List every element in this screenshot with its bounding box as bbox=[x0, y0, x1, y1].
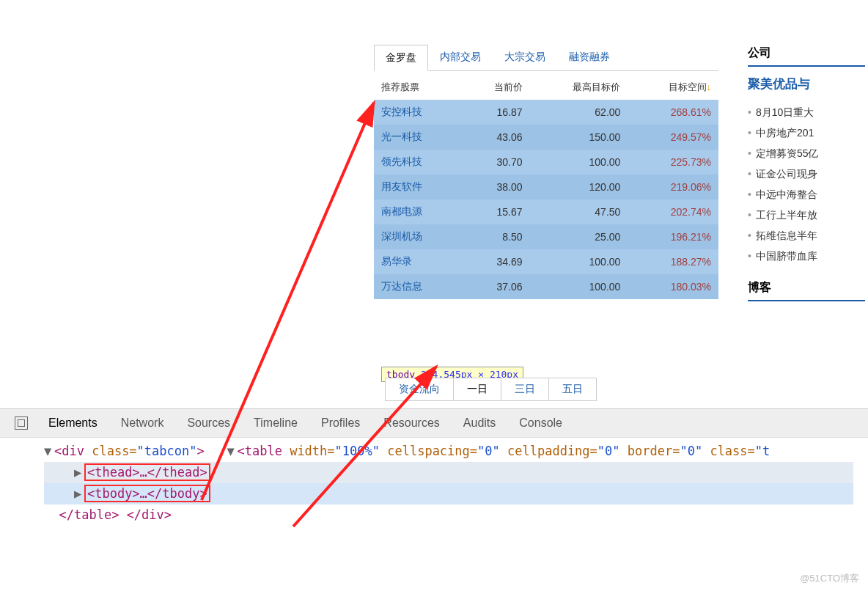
table-row: 安控科技16.8762.00268.61% bbox=[374, 100, 718, 125]
devtools-panel: Elements Network Sources Timeline Profil… bbox=[0, 408, 868, 533]
news-item[interactable]: 证金公司现身 bbox=[748, 164, 865, 185]
elements-tree[interactable]: ▼<div class="tabcon"> ▼<table width="100… bbox=[0, 438, 868, 533]
sidebar-title-company: 公司 bbox=[748, 45, 865, 67]
stock-name[interactable]: 用友软件 bbox=[374, 175, 462, 199]
stock-table: 推荐股票 当前价 最高目标价 目标空间↓ 安控科技16.8762.00268.6… bbox=[374, 75, 718, 299]
sort-down-icon: ↓ bbox=[707, 81, 712, 92]
devtab-timeline[interactable]: Timeline bbox=[242, 414, 309, 433]
code-line-thead[interactable]: ▶<thead>…</thead> bbox=[44, 462, 853, 483]
watermark: @51CTO博客 bbox=[800, 572, 859, 585]
tab-margin[interactable]: 融资融券 bbox=[557, 44, 622, 70]
table-row: 万达信息37.06100.00180.03% bbox=[374, 274, 718, 299]
code-line[interactable]: ▼<table width="100%" cellspacing="0" cel… bbox=[212, 444, 770, 458]
news-item[interactable]: 拓维信息半年 bbox=[748, 226, 865, 246]
devtab-resources[interactable]: Resources bbox=[372, 414, 451, 433]
devtab-audits[interactable]: Audits bbox=[452, 414, 507, 433]
table-row: 用友软件38.00120.00219.06% bbox=[374, 175, 718, 199]
table-row: 领先科技30.70100.00225.73% bbox=[374, 150, 718, 175]
news-item[interactable]: 中远中海整合 bbox=[748, 185, 865, 205]
news-item[interactable]: 工行上半年放 bbox=[748, 205, 865, 226]
news-item[interactable]: 中房地产201 bbox=[748, 123, 865, 144]
stock-name[interactable]: 领先科技 bbox=[374, 150, 462, 175]
col-space[interactable]: 目标空间↓ bbox=[628, 75, 718, 100]
tab-fund-flow[interactable]: 资金流向 bbox=[386, 378, 454, 400]
sidebar-headline[interactable]: 聚美优品与 bbox=[748, 76, 865, 92]
tab-five-day[interactable]: 五日 bbox=[549, 378, 596, 400]
stock-tbody: 安控科技16.8762.00268.61% 光一科技43.06150.00249… bbox=[374, 100, 718, 299]
devtab-elements[interactable]: Elements bbox=[37, 414, 109, 433]
news-item[interactable]: 8月10日重大 bbox=[748, 103, 865, 123]
stock-name[interactable]: 深圳机场 bbox=[374, 224, 462, 249]
stock-name[interactable]: 南都电源 bbox=[374, 199, 462, 224]
stock-name[interactable]: 万达信息 bbox=[374, 274, 462, 299]
tab-bulk[interactable]: 大宗交易 bbox=[493, 44, 557, 70]
devtab-network[interactable]: Network bbox=[109, 414, 176, 433]
fund-flow-tabs: 资金流向 一日 三日 五日 bbox=[385, 378, 597, 401]
stock-name[interactable]: 安控科技 bbox=[374, 100, 462, 125]
code-line[interactable]: </div> bbox=[127, 507, 172, 522]
stock-name[interactable]: 光一科技 bbox=[374, 125, 462, 150]
table-row: 深圳机场8.5025.00196.21% bbox=[374, 224, 718, 249]
table-row: 南都电源15.6747.50202.74% bbox=[374, 199, 718, 224]
col-target: 最高目标价 bbox=[530, 75, 628, 100]
tab-one-day[interactable]: 一日 bbox=[454, 378, 501, 400]
top-tabs: 金罗盘 内部交易 大宗交易 融资融券 bbox=[374, 44, 718, 71]
tab-three-day[interactable]: 三日 bbox=[501, 378, 549, 400]
devtab-sources[interactable]: Sources bbox=[175, 414, 242, 433]
table-row: 易华录34.69100.00188.27% bbox=[374, 249, 718, 274]
code-line[interactable]: </table> bbox=[44, 507, 119, 522]
devtab-console[interactable]: Console bbox=[507, 414, 574, 433]
sidebar-title-blog: 博客 bbox=[748, 280, 865, 301]
inspect-element-icon[interactable] bbox=[15, 416, 28, 430]
code-line[interactable]: ▼<div class="tabcon"> bbox=[44, 444, 205, 458]
devtab-profiles[interactable]: Profiles bbox=[309, 414, 372, 433]
news-item[interactable]: 中国脐带血库 bbox=[748, 246, 865, 267]
stock-name[interactable]: 易华录 bbox=[374, 249, 462, 274]
tab-compass[interactable]: 金罗盘 bbox=[374, 45, 428, 71]
tab-insider[interactable]: 内部交易 bbox=[428, 44, 493, 70]
sidebar: 公司 聚美优品与 8月10日重大 中房地产201 定增募资55亿 证金公司现身 … bbox=[748, 45, 865, 309]
col-stock: 推荐股票 bbox=[374, 75, 462, 100]
col-price: 当前价 bbox=[462, 75, 530, 100]
table-row: 光一科技43.06150.00249.57% bbox=[374, 125, 718, 150]
code-line-tbody[interactable]: ▶<tbody>…</tbody> bbox=[44, 483, 853, 504]
news-item[interactable]: 定增募资55亿 bbox=[748, 144, 865, 164]
